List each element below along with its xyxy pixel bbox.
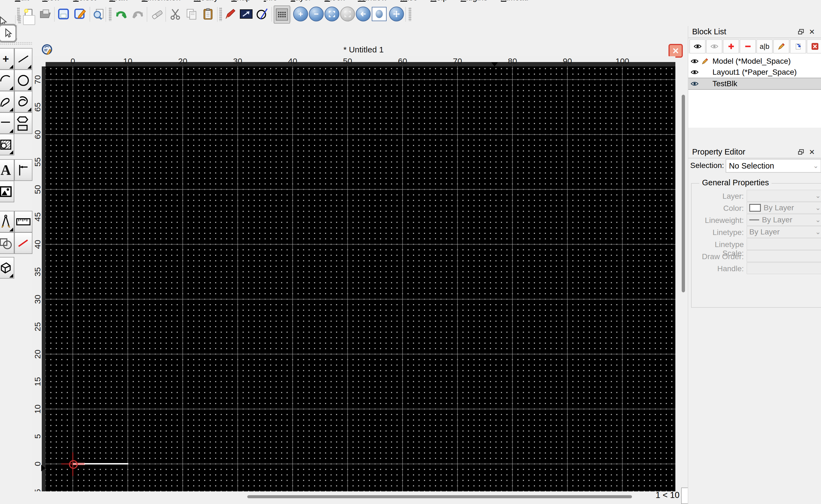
delete-block-button[interactable] (807, 39, 821, 54)
visibility-eye-icon[interactable] (691, 69, 699, 75)
menu-almcad[interactable]: Almcad (494, 0, 535, 2)
float-panel-icon[interactable] (797, 148, 805, 156)
dock-handle[interactable] (0, 42, 32, 45)
float-panel-icon[interactable] (797, 28, 805, 36)
zoom-out-button[interactable]: − (309, 5, 324, 23)
modify-tool[interactable] (0, 232, 14, 254)
ruler-tool[interactable] (14, 211, 32, 233)
menu-snap[interactable]: Snap (225, 0, 257, 2)
dimension-tool[interactable] (14, 159, 32, 181)
zoom-in-button[interactable]: + (293, 5, 308, 23)
print-preview-button[interactable] (91, 5, 106, 23)
vertical-scrollbar-thumb[interactable] (682, 95, 685, 292)
pen-button[interactable] (223, 5, 238, 23)
eraser-button[interactable] (149, 5, 165, 23)
menu-modify[interactable]: Modify (187, 0, 225, 2)
menu-info[interactable]: Info (257, 0, 284, 2)
close-panel-icon[interactable]: ✕ (808, 28, 816, 36)
horizontal-scrollbar-thumb[interactable] (247, 495, 632, 498)
block-list-row[interactable]: Layout1 (*Paper_Space) (688, 67, 821, 78)
paste-button[interactable] (200, 5, 216, 23)
block-list-row[interactable]: Model (*Model_Space) (688, 56, 821, 67)
add-block-button[interactable] (723, 39, 739, 54)
close-panel-icon[interactable]: ✕ (808, 148, 816, 156)
open-file-button[interactable] (37, 5, 53, 23)
toolbar-grip[interactable] (219, 7, 222, 21)
menu-edit[interactable]: Edit (8, 0, 36, 2)
selection-dropdown[interactable]: No Selection ⌄ (726, 159, 821, 173)
draw-hatch-tool[interactable] (0, 134, 14, 155)
visibility-eye-icon[interactable] (691, 81, 699, 87)
drawing-canvas[interactable] (46, 66, 675, 491)
block-3d-tool[interactable] (0, 257, 14, 279)
menu-plugins[interactable]: Plugins (454, 0, 494, 2)
vertical-scrollbar[interactable] (681, 66, 686, 491)
property-editor-header[interactable]: Property Editor ✕ (688, 146, 821, 158)
block-list-header[interactable]: Block List ✕ (688, 26, 821, 38)
menu-draw[interactable]: Draw (103, 0, 135, 2)
menu-view[interactable]: View (36, 0, 66, 2)
handle-field[interactable] (747, 262, 821, 274)
linetype-dropdown[interactable]: By Layer⌄ (747, 226, 821, 238)
visibility-eye-icon[interactable] (691, 58, 699, 64)
zoom-pan-button[interactable] (389, 5, 404, 23)
minus-icon (744, 43, 752, 50)
show-all-blocks-button[interactable] (689, 39, 706, 54)
copy-button[interactable] (183, 5, 199, 23)
color-dropdown[interactable]: By Layer⌄ (747, 202, 821, 214)
zoom-rect-button[interactable] (239, 5, 254, 23)
menu-block[interactable]: Block (318, 0, 351, 2)
remove-block-button[interactable] (740, 39, 756, 54)
subwindow-close-button[interactable]: ✕ (669, 44, 683, 58)
toolbar-grip[interactable] (109, 7, 111, 21)
insert-image-tool[interactable] (0, 181, 14, 202)
v-ruler-label: 55 (33, 153, 42, 171)
menu-layer[interactable]: Layer (284, 0, 318, 2)
layer-dropdown[interactable]: ⌄ (747, 190, 821, 202)
draw-polygon-tool[interactable] (14, 112, 32, 134)
tool-option-button[interactable] (23, 15, 35, 25)
menu-dimension[interactable]: Dimension (135, 0, 187, 2)
cut-scissors-icon (169, 8, 181, 20)
zoom-previous-button[interactable] (356, 5, 371, 23)
draw-circle-tool[interactable] (14, 69, 32, 91)
selection-pointer-button[interactable] (0, 24, 17, 43)
zoom-view-button[interactable] (372, 5, 387, 23)
menu-help[interactable]: Help (424, 0, 454, 2)
toolbar-grip[interactable] (409, 7, 411, 21)
draw-order-field[interactable] (747, 250, 821, 262)
redo-button[interactable] (130, 5, 145, 23)
horizontal-ruler: 01020304050607080901001 (46, 56, 675, 66)
save-as-button[interactable] (72, 5, 87, 23)
submenu-indicator (27, 65, 31, 69)
cut-button[interactable] (167, 5, 183, 23)
ellipse-tool-button[interactable] (255, 5, 270, 23)
draw-freehand-tool[interactable] (14, 91, 32, 113)
save-button[interactable] (56, 5, 71, 23)
draw-arc-tool[interactable] (0, 69, 14, 91)
draw-point-tool[interactable]: + (0, 48, 14, 70)
hide-all-blocks-button[interactable] (706, 39, 722, 54)
insert-block-button[interactable] (790, 39, 806, 54)
edit-block-button[interactable] (773, 39, 789, 54)
draw-spline-tool[interactable] (0, 91, 14, 113)
toolbar-grip[interactable] (18, 15, 21, 23)
menu-window[interactable]: Window (351, 0, 394, 2)
block-list-row-selected[interactable]: TestBlk (688, 78, 821, 90)
linetype-scale-field[interactable] (747, 238, 821, 250)
lineweight-dropdown[interactable]: By Layer⌄ (747, 214, 821, 226)
rename-block-button[interactable]: a|b (756, 39, 773, 54)
ruler-position-marker (41, 465, 45, 471)
measure-tool[interactable] (0, 211, 14, 233)
zoom-auto-button[interactable] (340, 5, 355, 23)
menu-misc[interactable]: Misc (394, 0, 424, 2)
zoom-window-button[interactable] (324, 5, 340, 23)
menu-select[interactable]: Select (66, 0, 102, 2)
undo-button[interactable] (114, 5, 129, 23)
draw-text-tool[interactable]: A (0, 159, 14, 181)
delete-tool[interactable] (14, 232, 32, 254)
snap-grid-toggle-button[interactable] (274, 5, 290, 24)
horizontal-scrollbar[interactable] (46, 495, 675, 499)
draw-line-tool[interactable] (14, 48, 32, 70)
draw-parallel-tool[interactable] (0, 112, 14, 134)
